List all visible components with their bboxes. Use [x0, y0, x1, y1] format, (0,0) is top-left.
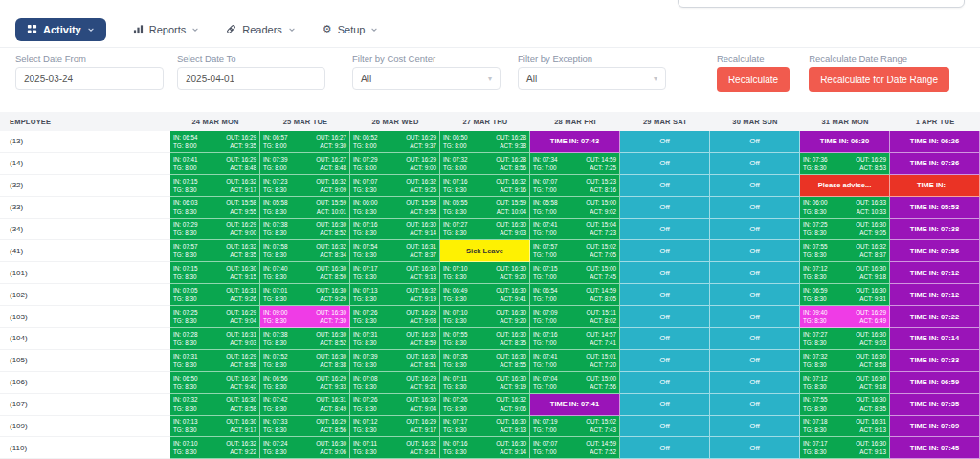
- shift-cell[interactable]: IN: 07:12OUT: 16:30TG: 8:30ACT: 9:18: [800, 262, 890, 284]
- status-cell[interactable]: TIME IN: 07:56: [890, 240, 980, 262]
- status-cell[interactable]: TIME IN: 07:43: [530, 131, 620, 153]
- off-cell[interactable]: Off: [710, 350, 800, 372]
- shift-cell[interactable]: IN: 07:55OUT: 16:30TG: 8:30ACT: 8:35: [800, 394, 890, 416]
- shift-cell[interactable]: IN: 07:28OUT: 16:31TG: 8:30ACT: 9:03: [170, 328, 260, 350]
- off-cell[interactable]: Off: [620, 394, 710, 416]
- shift-cell[interactable]: IN: 07:01OUT: 16:30TG: 8:30ACT: 9:29: [260, 284, 350, 306]
- shift-cell[interactable]: IN: 06:52OUT: 16:29TG: 8:00ACT: 9:37: [350, 131, 440, 153]
- shift-cell[interactable]: IN: 07:54OUT: 16:31TG: 8:30ACT: 8:37: [350, 240, 440, 262]
- off-cell[interactable]: Off: [710, 437, 800, 459]
- shift-cell[interactable]: IN: 07:57OUT: 15:02TG: 7:00ACT: 7:05: [530, 240, 620, 262]
- off-cell[interactable]: Off: [710, 394, 800, 416]
- nav-item-readers[interactable]: Readers: [226, 24, 296, 35]
- shift-cell[interactable]: IN: 07:13OUT: 16:30TG: 8:30ACT: 9:17: [170, 416, 260, 438]
- shift-cell[interactable]: IN: 07:16OUT: 16:30TG: 8:30ACT: 9:14: [440, 437, 530, 459]
- shift-cell[interactable]: IN: 07:16OUT: 16:30TG: 8:30ACT: 9:14: [350, 219, 440, 241]
- off-cell[interactable]: Off: [710, 328, 800, 350]
- shift-cell[interactable]: IN: 07:41OUT: 15:01TG: 7:00ACT: 7:20: [530, 350, 620, 372]
- shift-cell[interactable]: IN: 07:29OUT: 16:29TG: 8:00ACT: 9:00: [350, 153, 440, 175]
- off-cell[interactable]: Off: [710, 284, 800, 306]
- off-cell[interactable]: Off: [620, 306, 710, 328]
- shift-cell[interactable]: IN: 07:35OUT: 16:30TG: 8:30ACT: 8:55: [440, 350, 530, 372]
- shift-cell[interactable]: IN: 07:26OUT: 16:32TG: 8:30ACT: 9:06: [440, 394, 530, 416]
- shift-cell[interactable]: IN: 07:26OUT: 16:29TG: 8:30ACT: 9:03: [350, 306, 440, 328]
- shift-cell[interactable]: IN: 07:26OUT: 16:30TG: 8:30ACT: 9:04: [350, 394, 440, 416]
- status-cell[interactable]: Sick Leave: [440, 240, 530, 262]
- status-cell[interactable]: TIME IN: 07:45: [890, 437, 980, 459]
- shift-cell[interactable]: IN: 07:16OUT: 16:32TG: 8:30ACT: 9:16: [440, 175, 530, 197]
- shift-cell[interactable]: IN: 06:57OUT: 16:27TG: 8:00ACT: 9:30: [260, 131, 350, 153]
- status-cell[interactable]: TIME IN: 07:41: [530, 394, 620, 416]
- shift-cell[interactable]: IN: 07:05OUT: 16:31TG: 8:30ACT: 9:26: [170, 284, 260, 306]
- off-cell[interactable]: Off: [620, 219, 710, 241]
- shift-cell[interactable]: IN: 09:00OUT: 16:30TG: 8:30ACT: 7:30: [260, 306, 350, 328]
- off-cell[interactable]: Off: [710, 197, 800, 219]
- shift-cell[interactable]: IN: 07:15OUT: 16:32TG: 8:30ACT: 9:17: [170, 175, 260, 197]
- off-cell[interactable]: Off: [710, 240, 800, 262]
- shift-cell[interactable]: IN: 07:09OUT: 15:11TG: 7:00ACT: 8:02: [530, 306, 620, 328]
- status-cell[interactable]: Please advise...: [800, 175, 890, 197]
- shift-cell[interactable]: IN: 07:15OUT: 16:30TG: 8:30ACT: 9:15: [170, 262, 260, 284]
- shift-cell[interactable]: IN: 07:57OUT: 16:32TG: 8:30ACT: 8:35: [170, 240, 260, 262]
- shift-cell[interactable]: IN: 07:10OUT: 16:30TG: 8:30ACT: 9:20: [440, 306, 530, 328]
- off-cell[interactable]: Off: [710, 131, 800, 153]
- recalculate-button[interactable]: Recalculate: [717, 67, 790, 92]
- shift-cell[interactable]: IN: 07:11OUT: 16:30TG: 8:30ACT: 9:19: [440, 372, 530, 394]
- shift-cell[interactable]: IN: 07:04OUT: 15:00TG: 7:00ACT: 7:56: [530, 372, 620, 394]
- shift-cell[interactable]: IN: 07:11OUT: 16:32TG: 8:30ACT: 9:21: [350, 437, 440, 459]
- shift-cell[interactable]: IN: 07:34OUT: 14:59TG: 7:00ACT: 7:25: [530, 153, 620, 175]
- shift-cell[interactable]: IN: 06:59OUT: 16:30TG: 8:30ACT: 9:31: [800, 284, 890, 306]
- shift-cell[interactable]: IN: 07:41OUT: 16:29TG: 8:00ACT: 8:48: [170, 153, 260, 175]
- shift-cell[interactable]: IN: 05:58OUT: 15:00TG: 7:00ACT: 9:02: [530, 197, 620, 219]
- shift-cell[interactable]: IN: 07:55OUT: 16:32TG: 8:30ACT: 8:37: [800, 240, 890, 262]
- shift-cell[interactable]: IN: 07:27OUT: 16:30TG: 8:30ACT: 9:03: [800, 328, 890, 350]
- off-cell[interactable]: Off: [620, 153, 710, 175]
- off-cell[interactable]: Off: [620, 131, 710, 153]
- shift-cell[interactable]: IN: 07:17OUT: 16:30TG: 8:30ACT: 9:13: [440, 416, 530, 438]
- shift-cell[interactable]: IN: 06:54OUT: 16:29TG: 8:00ACT: 9:35: [170, 131, 260, 153]
- date-to-input[interactable]: 2025-04-01: [177, 67, 325, 90]
- shift-cell[interactable]: IN: 06:03OUT: 15:58TG: 8:30ACT: 9:55: [170, 197, 260, 219]
- off-cell[interactable]: Off: [620, 437, 710, 459]
- status-cell[interactable]: TIME IN: 07:12: [890, 262, 980, 284]
- search-input[interactable]: [678, 0, 965, 8]
- date-from-input[interactable]: 2025-03-24: [15, 67, 164, 90]
- shift-cell[interactable]: IN: 07:32OUT: 16:30TG: 8:30ACT: 8:58: [170, 394, 260, 416]
- shift-cell[interactable]: IN: 07:27OUT: 16:30TG: 8:30ACT: 9:03: [440, 219, 530, 241]
- shift-cell[interactable]: IN: 06:00OUT: 15:58TG: 8:30ACT: 9:58: [350, 197, 440, 219]
- off-cell[interactable]: Off: [620, 350, 710, 372]
- shift-cell[interactable]: IN: 07:18OUT: 16:31TG: 8:30ACT: 9:13: [800, 416, 890, 438]
- shift-cell[interactable]: IN: 07:32OUT: 16:30TG: 8:30ACT: 8:58: [800, 350, 890, 372]
- off-cell[interactable]: Off: [710, 153, 800, 175]
- status-cell[interactable]: TIME IN: 05:53: [890, 197, 980, 219]
- shift-cell[interactable]: IN: 07:41OUT: 15:04TG: 7:00ACT: 7:23: [530, 219, 620, 241]
- shift-cell[interactable]: IN: 07:10OUT: 16:32TG: 8:30ACT: 9:22: [170, 437, 260, 459]
- off-cell[interactable]: Off: [620, 197, 710, 219]
- off-cell[interactable]: Off: [710, 372, 800, 394]
- status-cell[interactable]: TIME IN: 07:35: [890, 394, 980, 416]
- shift-cell[interactable]: IN: 07:07OUT: 15:23TG: 7:00ACT: 8:16: [530, 175, 620, 197]
- off-cell[interactable]: Off: [620, 284, 710, 306]
- off-cell[interactable]: Off: [620, 175, 710, 197]
- status-cell[interactable]: TIME IN: 07:38: [890, 219, 980, 241]
- shift-cell[interactable]: IN: 06:50OUT: 16:28TG: 8:00ACT: 9:38: [440, 131, 530, 153]
- off-cell[interactable]: Off: [620, 328, 710, 350]
- off-cell[interactable]: Off: [710, 306, 800, 328]
- off-cell[interactable]: Off: [710, 175, 800, 197]
- shift-cell[interactable]: IN: 07:38OUT: 16:30TG: 8:30ACT: 8:52: [260, 219, 350, 241]
- off-cell[interactable]: Off: [620, 240, 710, 262]
- shift-cell[interactable]: IN: 07:07OUT: 16:32TG: 8:30ACT: 9:25: [350, 175, 440, 197]
- shift-cell[interactable]: IN: 06:50OUT: 16:30TG: 8:30ACT: 9:40: [170, 372, 260, 394]
- shift-cell[interactable]: IN: 07:42OUT: 16:31TG: 8:30ACT: 8:49: [260, 394, 350, 416]
- status-cell[interactable]: TIME IN: 06:26: [890, 131, 980, 153]
- shift-cell[interactable]: IN: 07:36OUT: 16:29TG: 8:30ACT: 8:53: [800, 153, 890, 175]
- shift-cell[interactable]: IN: 07:39OUT: 16:30TG: 8:30ACT: 8:51: [350, 350, 440, 372]
- shift-cell[interactable]: IN: 07:16OUT: 14:57TG: 7:00ACT: 7:41: [530, 328, 620, 350]
- off-cell[interactable]: Off: [620, 416, 710, 438]
- status-cell[interactable]: TIME IN: 07:14: [890, 328, 980, 350]
- exception-select[interactable]: All ▾: [518, 67, 666, 90]
- shift-cell[interactable]: IN: 06:54OUT: 14:59TG: 7:00ACT: 8:05: [530, 284, 620, 306]
- shift-cell[interactable]: IN: 07:39OUT: 16:27TG: 8:00ACT: 8:48: [260, 153, 350, 175]
- shift-cell[interactable]: IN: 07:08OUT: 16:29TG: 8:30ACT: 9:21: [350, 372, 440, 394]
- shift-cell[interactable]: IN: 07:33OUT: 16:29TG: 8:30ACT: 8:56: [260, 416, 350, 438]
